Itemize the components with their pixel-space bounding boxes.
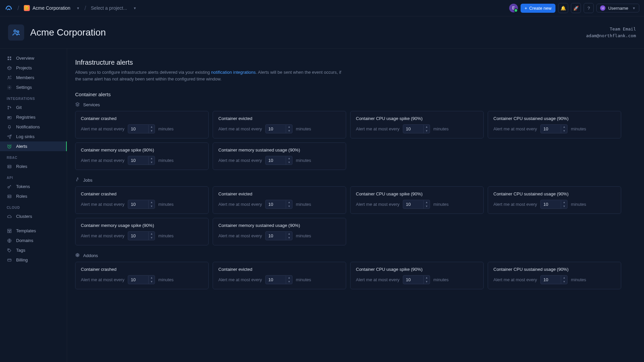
sidebar-item-alerts[interactable]: Alerts <box>0 141 67 151</box>
stepper-down[interactable]: ▼ <box>149 280 155 284</box>
interval-input[interactable] <box>128 276 148 284</box>
stepper-up[interactable]: ▲ <box>424 276 430 280</box>
stepper-down[interactable]: ▼ <box>286 236 292 240</box>
interval-stepper[interactable]: ▲▼ <box>403 200 430 209</box>
presence-avatar[interactable]: E <box>509 4 518 12</box>
sidebar-item-billing[interactable]: Billing <box>0 255 67 265</box>
alert-suffix: minutes <box>571 202 586 207</box>
sidebar-item-overview[interactable]: Overview <box>0 53 67 63</box>
alert-card: Container evictedAlert me at most every▲… <box>213 111 346 138</box>
stepper-up[interactable]: ▲ <box>561 200 567 204</box>
interval-stepper[interactable]: ▲▼ <box>265 124 292 133</box>
stepper-up[interactable]: ▲ <box>149 200 155 204</box>
group-name: Jobs <box>83 178 92 183</box>
interval-input[interactable] <box>541 200 561 208</box>
sidebar-item-clusters[interactable]: Clusters <box>0 212 67 221</box>
interval-input[interactable] <box>266 200 286 208</box>
sidebar-item-tokens[interactable]: Tokens <box>0 182 67 191</box>
interval-stepper[interactable]: ▲▼ <box>403 275 430 284</box>
sidebar-item-roles[interactable]: Roles <box>0 162 67 171</box>
stepper-down[interactable]: ▼ <box>424 204 430 208</box>
interval-stepper[interactable]: ▲▼ <box>265 275 292 284</box>
alert-title: Container evicted <box>218 116 340 121</box>
stepper-up[interactable]: ▲ <box>149 157 155 161</box>
interval-stepper[interactable]: ▲▼ <box>128 200 155 209</box>
interval-input[interactable] <box>128 125 148 133</box>
sidebar-item-git[interactable]: Git <box>0 103 67 112</box>
stepper-up[interactable]: ▲ <box>286 200 292 204</box>
stepper-down[interactable]: ▼ <box>286 161 292 165</box>
interval-stepper[interactable]: ▲▼ <box>128 275 155 284</box>
create-new-button[interactable]: + Create new <box>521 4 555 13</box>
interval-stepper[interactable]: ▲▼ <box>403 124 430 133</box>
stepper-up[interactable]: ▲ <box>286 157 292 161</box>
sidebar-item-log-sinks[interactable]: Log sinks <box>0 132 67 141</box>
group-header-jobs: Jobs <box>75 177 636 183</box>
interval-input[interactable] <box>403 125 423 133</box>
help-button[interactable]: ? <box>584 3 594 13</box>
stepper-down[interactable]: ▼ <box>561 204 567 208</box>
sidebar-heading: API <box>0 171 67 182</box>
stepper-up[interactable]: ▲ <box>286 232 292 236</box>
sidebar-item-projects[interactable]: Projects <box>0 63 67 73</box>
interval-input[interactable] <box>266 232 286 240</box>
interval-stepper[interactable]: ▲▼ <box>540 124 568 133</box>
stepper-down[interactable]: ▼ <box>561 129 567 133</box>
stepper-up[interactable]: ▲ <box>561 125 567 129</box>
stepper-down[interactable]: ▼ <box>149 236 155 240</box>
stepper-up[interactable]: ▲ <box>561 276 567 280</box>
stepper-down[interactable]: ▼ <box>561 280 567 284</box>
interval-input[interactable] <box>266 156 286 165</box>
stepper-up[interactable]: ▲ <box>424 125 430 129</box>
stepper-down[interactable]: ▼ <box>149 161 155 165</box>
interval-input[interactable] <box>266 125 286 133</box>
sidebar-item-tags[interactable]: Tags <box>0 245 67 255</box>
sidebar-item-members[interactable]: Members <box>0 73 67 82</box>
interval-input[interactable] <box>541 125 561 133</box>
sidebar-item-settings[interactable]: Settings <box>0 82 67 92</box>
user-menu[interactable]: U Username ▼ <box>596 4 639 12</box>
stepper-down[interactable]: ▼ <box>149 129 155 133</box>
interval-stepper[interactable]: ▲▼ <box>128 231 155 240</box>
sidebar-item-templates[interactable]: Templates <box>0 226 67 236</box>
help-icon: ? <box>587 6 590 11</box>
interval-input[interactable] <box>128 232 148 240</box>
alert-card: Container crashedAlert me at most every▲… <box>75 111 209 138</box>
stepper-up[interactable]: ▲ <box>149 232 155 236</box>
stepper-down[interactable]: ▼ <box>149 204 155 208</box>
interval-stepper[interactable]: ▲▼ <box>128 156 155 165</box>
stepper-up[interactable]: ▲ <box>424 200 430 204</box>
sidebar-item-domains[interactable]: Domains <box>0 236 67 245</box>
project-switcher[interactable]: Select a project... ▼ <box>91 5 137 11</box>
stepper-down[interactable]: ▼ <box>286 204 292 208</box>
org-switcher[interactable]: 😊 Acme Corporation ▼ <box>24 5 80 11</box>
interval-stepper[interactable]: ▲▼ <box>265 200 292 209</box>
notification-integrations-link[interactable]: notification integrations <box>211 70 256 75</box>
stepper-down[interactable]: ▼ <box>286 280 292 284</box>
sidebar-item-roles[interactable]: Roles <box>0 191 67 201</box>
interval-stepper[interactable]: ▲▼ <box>265 156 292 165</box>
stepper-down[interactable]: ▼ <box>286 129 292 133</box>
interval-stepper[interactable]: ▲▼ <box>540 275 568 284</box>
interval-input[interactable] <box>403 276 423 284</box>
stepper-up[interactable]: ▲ <box>149 125 155 129</box>
stepper-up[interactable]: ▲ <box>286 125 292 129</box>
stepper-down[interactable]: ▼ <box>424 129 430 133</box>
interval-stepper[interactable]: ▲▼ <box>265 231 292 240</box>
app-logo[interactable] <box>5 4 13 12</box>
interval-input[interactable] <box>128 200 148 208</box>
sidebar-item-registries[interactable]: Registries <box>0 112 67 122</box>
sidebar-item-notifications[interactable]: Notifications <box>0 122 67 132</box>
stepper-up[interactable]: ▲ <box>286 276 292 280</box>
interval-stepper[interactable]: ▲▼ <box>128 124 155 133</box>
notifications-button[interactable]: 🔔 <box>558 3 568 13</box>
interval-input[interactable] <box>403 200 423 208</box>
changelog-button[interactable]: 🚀 <box>571 3 581 13</box>
stepper-down[interactable]: ▼ <box>424 280 430 284</box>
alert-suffix: minutes <box>296 277 311 282</box>
interval-stepper[interactable]: ▲▼ <box>540 200 568 209</box>
interval-input[interactable] <box>541 276 561 284</box>
interval-input[interactable] <box>128 156 148 165</box>
interval-input[interactable] <box>266 276 286 284</box>
stepper-up[interactable]: ▲ <box>149 276 155 280</box>
